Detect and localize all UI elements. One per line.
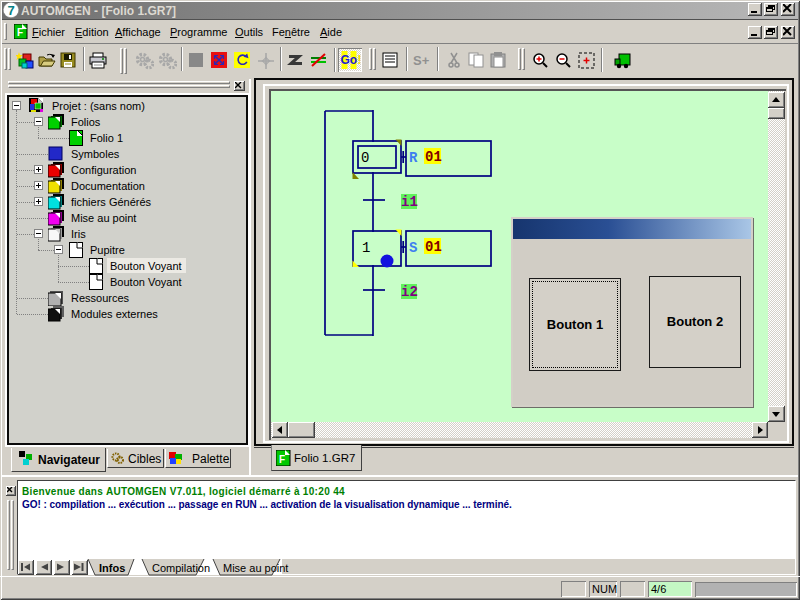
svg-text:F: F: [279, 454, 285, 465]
svg-text:i2: i2: [401, 284, 418, 300]
svg-text:F: F: [17, 27, 23, 38]
svg-text:i1: i1: [401, 194, 418, 210]
svg-text:S: S: [409, 240, 417, 256]
svg-text:!: !: [358, 53, 362, 67]
svg-text:Mise au point: Mise au point: [223, 562, 288, 574]
svg-text:Infos: Infos: [99, 562, 125, 574]
svg-text:S+: S+: [413, 53, 430, 68]
svg-text:0: 0: [361, 150, 369, 166]
svg-text:Compilation: Compilation: [152, 562, 210, 574]
svg-text:01: 01: [425, 239, 442, 255]
svg-text:1: 1: [362, 240, 370, 256]
svg-text:7: 7: [8, 3, 15, 18]
svg-text:01: 01: [425, 149, 442, 165]
svg-text:R: R: [409, 150, 418, 166]
svg-text:Go: Go: [341, 53, 358, 67]
